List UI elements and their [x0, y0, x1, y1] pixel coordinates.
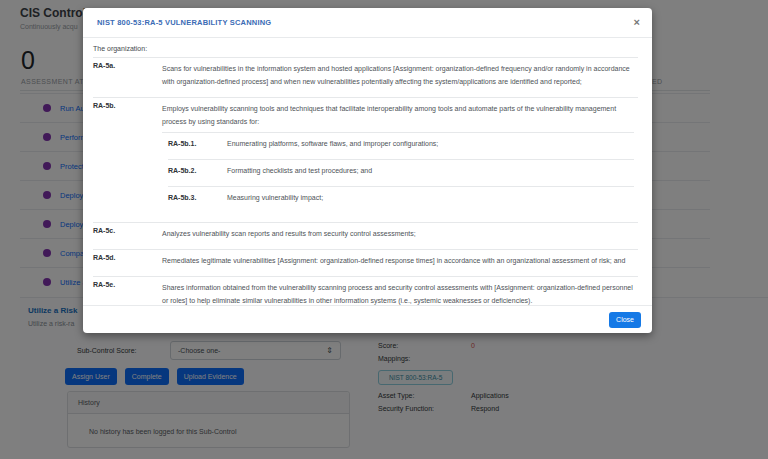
modal-body: The organization: RA-5a.Scans for vulner… [83, 38, 652, 305]
requirement-subtable: RA-5b.1.Enumerating platforms, software … [162, 132, 634, 213]
requirement-text: Formatting checklists and test procedure… [227, 164, 634, 177]
requirement-text: Scans for vulnerabilities in the informa… [162, 62, 638, 88]
requirement-text: Remediates legitimate vulnerabilities [A… [162, 254, 638, 267]
modal-title: NIST 800-53:RA-5 VULNERABILITY SCANNING [97, 18, 271, 27]
requirement-id: RA-5d. [93, 254, 162, 267]
requirements-table: RA-5a.Scans for vulnerabilities in the i… [93, 57, 638, 305]
requirement-text: Measuring vulnerability impact; [227, 191, 634, 204]
requirement-id: RA-5b.2. [168, 164, 227, 177]
requirement-row: RA-5e.Shares information obtained from t… [93, 276, 638, 305]
screen: CIS Control Continuously acqu 0 ASSESSME… [0, 0, 768, 459]
requirement-row: RA-5b.Employs vulnerability scanning too… [93, 97, 638, 222]
nist-mapping-modal: NIST 800-53:RA-5 VULNERABILITY SCANNING … [83, 8, 652, 333]
requirement-id: RA-5c. [93, 227, 162, 240]
requirement-text: Employs vulnerability scanning tools and… [162, 102, 638, 213]
close-icon[interactable]: × [634, 17, 640, 28]
requirement-subrow: RA-5b.2.Formatting checklists and test p… [168, 159, 634, 186]
close-button[interactable]: Close [609, 312, 641, 328]
requirement-id: RA-5b. [93, 102, 162, 213]
requirement-row: RA-5c.Analyzes vulnerability scan report… [93, 222, 638, 249]
requirement-text: Shares information obtained from the vul… [162, 281, 638, 305]
requirement-id: RA-5b.3. [168, 191, 227, 204]
requirement-subrow: RA-5b.3.Measuring vulnerability impact; [168, 186, 634, 213]
requirement-id: RA-5a. [93, 62, 162, 88]
modal-intro-text: The organization: [93, 45, 638, 52]
requirement-id: RA-5e. [93, 281, 162, 305]
requirement-subrow: RA-5b.1.Enumerating platforms, software … [168, 133, 634, 159]
modal-footer: Close [83, 305, 652, 333]
modal-header: NIST 800-53:RA-5 VULNERABILITY SCANNING … [83, 8, 652, 38]
requirement-text: Analyzes vulnerability scan reports and … [162, 227, 638, 240]
requirement-id: RA-5b.1. [168, 137, 227, 150]
requirement-row: RA-5d.Remediates legitimate vulnerabilit… [93, 249, 638, 276]
requirement-row: RA-5a.Scans for vulnerabilities in the i… [93, 58, 638, 97]
requirement-text: Enumerating platforms, software flaws, a… [227, 137, 634, 150]
